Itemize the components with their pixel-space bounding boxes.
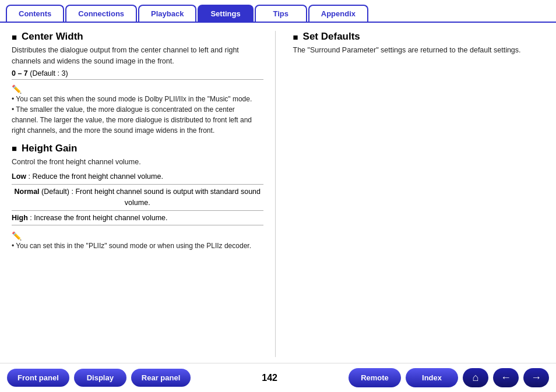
tab-connections[interactable]: Connections	[65, 5, 137, 22]
bottom-right-buttons: Remote Index ⌂ ← →	[349, 368, 549, 387]
back-button[interactable]: ←	[493, 368, 519, 387]
main-content: Center Width Distributes the dialogue ou…	[0, 23, 556, 363]
pencil-icon-1: ✏️	[12, 84, 263, 94]
index-button[interactable]: Index	[406, 368, 458, 387]
center-width-desc: Distributes the dialogue output from the…	[12, 45, 263, 67]
set-defaults-title: Set Defaults	[293, 31, 545, 43]
tab-bar: ContentsConnectionsPlaybackSettingsTipsA…	[0, 0, 556, 23]
bottom-bar: Front panel Display Rear panel 142 Remot…	[0, 363, 556, 392]
center-width-notes: ✏️ • You can set this when the sound mod…	[12, 84, 263, 136]
height-gain-notes: ✏️ • You can set this in the "PLIIz" sou…	[12, 231, 263, 251]
height-gain-row-low: Low : Reduce the front height channel vo…	[12, 169, 263, 185]
set-defaults-desc: The "Surround Parameter" settings are re…	[293, 45, 545, 56]
display-button[interactable]: Display	[74, 369, 126, 387]
tab-contents[interactable]: Contents	[6, 5, 64, 22]
height-gain-note-1: • You can set this in the "PLIIz" sound …	[12, 241, 263, 251]
tab-tips[interactable]: Tips	[255, 5, 307, 22]
left-column: Center Width Distributes the dialogue ou…	[12, 31, 276, 357]
right-column: Set Defaults The "Surround Parameter" se…	[287, 31, 545, 357]
center-width-note-1: • You can set this when the sound mode i…	[12, 94, 263, 104]
tab-playback[interactable]: Playback	[138, 5, 196, 22]
rear-panel-button[interactable]: Rear panel	[131, 369, 191, 387]
home-button[interactable]: ⌂	[463, 368, 488, 387]
tab-appendix[interactable]: Appendix	[308, 5, 368, 22]
pencil-icon-2: ✏️	[12, 231, 263, 241]
center-width-note-2: • The smaller the value, the more dialog…	[12, 104, 263, 136]
front-panel-button[interactable]: Front panel	[7, 369, 69, 387]
height-gain-row-normal: Normal (Default) : Front height channel …	[12, 185, 263, 211]
height-gain-title: Height Gain	[12, 143, 263, 154]
tab-settings[interactable]: Settings	[198, 5, 253, 22]
page-number: 142	[262, 373, 277, 383]
height-gain-row-high: High : Increase the front height channel…	[12, 211, 263, 226]
height-gain-desc: Control the front height channel volume.	[12, 157, 263, 168]
center-width-title: Center Width	[12, 31, 263, 43]
remote-button[interactable]: Remote	[349, 368, 401, 387]
center-width-range: 0 – 7 (Default : 3)	[12, 69, 263, 80]
forward-button[interactable]: →	[523, 368, 549, 387]
bottom-left-buttons: Front panel Display Rear panel	[7, 369, 191, 387]
